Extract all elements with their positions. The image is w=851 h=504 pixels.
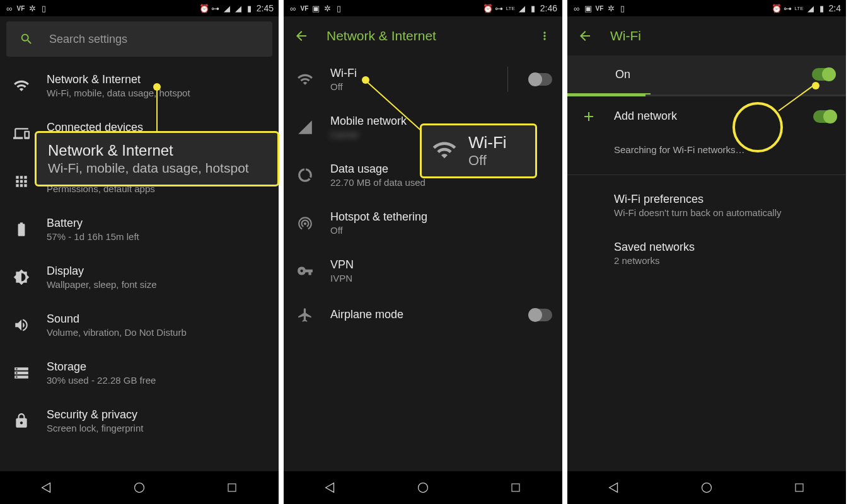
nav-recent[interactable] <box>790 479 808 496</box>
nav-home[interactable] <box>130 479 148 496</box>
row-security-privacy[interactable]: Security & privacy Screen lock, fingerpr… <box>0 397 279 445</box>
signal-icon: ◢ <box>518 4 526 13</box>
row-battery[interactable]: Battery 57% - 1d 16h 15m left <box>0 205 279 253</box>
svg-point-4 <box>702 483 711 493</box>
spacer-icon <box>580 197 598 214</box>
row-title: Security & privacy <box>47 408 269 421</box>
row-title: Apps & notifications <box>47 169 269 182</box>
on-label: On <box>615 68 812 81</box>
row-network-internet[interactable]: Network & Internet Wi-Fi, mobile, data u… <box>0 62 279 110</box>
apps-icon <box>13 173 30 190</box>
page-title: Network & Internet <box>327 28 519 43</box>
nav-recent[interactable] <box>507 479 524 496</box>
nav-home[interactable] <box>414 479 432 496</box>
row-wifi[interactable]: Wi-Fi Off <box>284 55 562 103</box>
row-sub: 57% - 1d 16h 15m left <box>47 231 269 242</box>
status-time: 2:45 <box>257 3 274 13</box>
row-display[interactable]: Display Wallpaper, sleep, font size <box>0 253 279 301</box>
key-icon: ⊶ <box>211 4 220 13</box>
row-storage[interactable]: Storage 30% used - 22.28 GB free <box>0 349 279 397</box>
phone-icon: ▯ <box>618 4 627 13</box>
row-sub: 22.70 MB of data used <box>330 177 552 188</box>
nav-back[interactable] <box>38 479 55 496</box>
more-button[interactable] <box>537 28 552 43</box>
navigation-bar <box>284 471 562 504</box>
leaf-icon: ✲ <box>323 4 332 13</box>
image-icon: ▣ <box>311 4 320 13</box>
nav-recent[interactable] <box>223 479 241 496</box>
row-sub: Permissions, default apps <box>47 183 269 194</box>
battery-icon: ▮ <box>245 4 254 13</box>
phone-icon: ▯ <box>39 4 48 13</box>
search-placeholder: Search settings <box>49 33 127 46</box>
row-sub: Off <box>330 81 491 92</box>
row-sub: Volume, vibration, Do Not Disturb <box>47 327 269 338</box>
back-button[interactable] <box>577 28 593 43</box>
devices-icon <box>13 125 30 142</box>
row-title: Wi-Fi preferences <box>614 193 836 206</box>
lock-icon <box>13 412 30 430</box>
add-network-toggle[interactable] <box>813 110 836 123</box>
vf-icon: VF <box>16 4 25 13</box>
row-searching: Searching for Wi-Fi networks… <box>567 137 846 175</box>
row-sub: Bluetooth, Cast, NFC <box>47 135 269 146</box>
row-title: Storage <box>47 360 269 374</box>
alarm-icon: ⏰ <box>772 4 781 13</box>
airplane-toggle[interactable] <box>530 309 552 321</box>
row-sub: Off <box>330 225 552 236</box>
row-data-usage[interactable]: Data usage 22.70 MB of data used <box>284 151 562 199</box>
alarm-icon: ⏰ <box>200 4 209 13</box>
row-add-network[interactable]: Add network <box>567 96 846 137</box>
svg-point-0 <box>134 483 144 493</box>
row-mobile-network[interactable]: Mobile network Carrier <box>284 103 562 151</box>
svg-rect-5 <box>796 484 803 491</box>
row-saved-networks[interactable]: Saved networks 2 networks <box>567 229 846 277</box>
phone-network-internet: ∞ VF ▣ ✲ ▯ ⏰ ⊶ LTE ◢ ▮ 2:46 Network & In… <box>284 0 567 504</box>
row-sub: Wallpaper, sleep, font size <box>47 279 269 290</box>
row-title: Sound <box>47 312 269 326</box>
search-icon <box>18 30 35 48</box>
back-button[interactable] <box>294 28 309 43</box>
signal-icon: ◢ <box>234 4 243 13</box>
nav-back[interactable] <box>605 479 623 496</box>
sound-icon <box>13 316 30 334</box>
vf-icon: VF <box>595 4 604 13</box>
wifi-icon <box>296 71 314 88</box>
row-title: Network & Internet <box>47 73 269 86</box>
wifi-icon <box>13 77 30 94</box>
row-sub: Wi-Fi, mobile, data usage, hotspot <box>47 88 269 98</box>
wifi-master-toggle[interactable] <box>812 68 835 81</box>
search-settings[interactable]: Search settings <box>6 21 272 57</box>
leaf-icon: ✲ <box>28 4 37 13</box>
row-airplane-mode[interactable]: Airplane mode <box>284 295 562 335</box>
key-icon: ⊶ <box>784 4 792 13</box>
wifi-toggle[interactable] <box>530 73 552 86</box>
lte-icon: LTE <box>795 4 804 13</box>
divider <box>567 175 846 175</box>
row-sub: Screen lock, fingerprint <box>47 423 269 433</box>
row-title: Add network <box>614 110 797 123</box>
nav-home[interactable] <box>698 479 715 496</box>
app-bar: Network & Internet <box>284 16 562 55</box>
network-list: Wi-Fi Off Mobile network Carrier Data us… <box>284 55 562 471</box>
row-title: Airplane mode <box>330 308 513 321</box>
row-sub: Wi-Fi doesn't turn back on automatically <box>614 207 836 218</box>
svg-point-2 <box>418 483 427 493</box>
row-connected-devices[interactable]: Connected devices Bluetooth, Cast, NFC <box>0 110 279 158</box>
row-title: Connected devices <box>47 121 269 134</box>
vf-icon: VF <box>300 4 309 13</box>
row-title: Display <box>47 265 269 278</box>
wifi-on-row[interactable]: On <box>567 55 846 94</box>
signal-icon: ◢ <box>806 4 815 13</box>
row-vpn[interactable]: VPN IVPN <box>284 247 562 295</box>
nav-back[interactable] <box>321 479 339 496</box>
row-sound[interactable]: Sound Volume, vibration, Do Not Disturb <box>0 301 279 349</box>
row-apps-notifications[interactable]: Apps & notifications Permissions, defaul… <box>0 158 279 205</box>
status-bar: ∞ ▣ VF ✲ ▯ ⏰ ⊶ LTE ◢ ▮ 2:4 <box>567 0 846 16</box>
row-wifi-preferences[interactable]: Wi-Fi preferences Wi-Fi doesn't turn bac… <box>567 181 846 229</box>
hotspot-icon <box>296 214 314 232</box>
row-hotspot[interactable]: Hotspot & tethering Off <box>284 199 562 247</box>
divider <box>507 67 508 92</box>
svg-rect-3 <box>512 484 519 491</box>
airplane-icon <box>296 306 314 324</box>
